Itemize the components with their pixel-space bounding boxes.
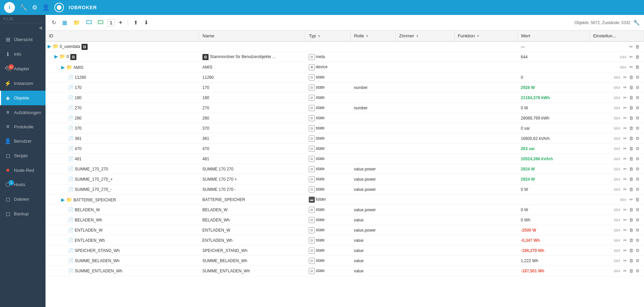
delete-button[interactable]: 🗑 (634, 196, 641, 203)
sidebar-item-dateien[interactable]: ◻ Dateien (0, 192, 46, 206)
person-icon[interactable]: 👤 (42, 4, 50, 11)
settings-cog-button[interactable]: ⚙ (634, 156, 641, 162)
settings-cog-button[interactable]: ⚙ (634, 125, 641, 131)
number-one-button[interactable]: 1 (107, 19, 115, 26)
delete-button[interactable]: 🗑 (628, 145, 634, 152)
folder-green-button[interactable] (96, 18, 105, 28)
edit-button[interactable]: ✏ (622, 176, 628, 182)
delete-button[interactable]: 🗑 (628, 176, 634, 182)
delete-button[interactable]: 🗑 (628, 186, 634, 193)
settings-cog-button[interactable]: ⚙ (634, 186, 641, 193)
upload-button[interactable]: ⬆ (131, 18, 140, 27)
edit-button[interactable]: ✏ (628, 43, 634, 50)
delete-button[interactable]: 🗑 (628, 84, 634, 91)
delete-button[interactable]: 🗑 (628, 247, 634, 254)
delete-button[interactable]: 🗑 (628, 237, 634, 243)
edit-button[interactable]: ✏ (628, 64, 634, 70)
settings-cog-button[interactable]: ⚙ (634, 227, 641, 233)
delete-button[interactable]: 🗑 (628, 227, 634, 233)
settings-cog-button[interactable]: ⚙ (634, 84, 641, 91)
settings-cog-button[interactable]: ⚙ (634, 135, 641, 142)
row-num: 664 (614, 259, 620, 263)
sidebar-item-objekte[interactable]: ◈ Objekte (0, 91, 46, 105)
settings-cog-button[interactable]: ⚙ (634, 176, 641, 182)
settings-cog-button[interactable]: ⚙ (634, 268, 641, 274)
download-button[interactable]: ⬇ (142, 18, 150, 27)
delete-button[interactable]: 🗑 (628, 74, 634, 80)
refresh-button[interactable]: ↻ (50, 18, 58, 27)
delete-button[interactable]: 🗑 (628, 268, 634, 274)
delete-button[interactable]: 🗑 (628, 115, 634, 121)
settings-cog-button[interactable]: ⚙ (634, 247, 641, 254)
settings-cog-button[interactable]: ⚙ (634, 257, 641, 264)
edit-button[interactable]: ✏ (622, 135, 628, 142)
add-button[interactable]: + (117, 18, 125, 28)
settings-cog-button[interactable]: ⚙ (634, 237, 641, 243)
settings-cog-button[interactable]: ⚙ (634, 94, 641, 101)
gear-icon[interactable]: ⚙ (32, 4, 37, 11)
settings-cog-button[interactable]: ⚙ (634, 145, 641, 152)
add-folder-button[interactable]: 📁 (71, 18, 82, 27)
delete-button[interactable]: 🗑 (628, 125, 634, 131)
col-header-typ[interactable]: Typ ▼ (305, 31, 351, 41)
delete-button[interactable]: 🗑 (628, 94, 634, 101)
edit-button[interactable]: ✏ (628, 54, 634, 60)
edit-button[interactable]: ✏ (622, 125, 628, 131)
edit-button[interactable]: ✏ (622, 227, 628, 233)
sidebar-collapse-btn[interactable]: ◀ (0, 23, 46, 32)
sidebar-item-hosts[interactable]: ⬡ Hosts 1 (0, 177, 46, 192)
list-view-button[interactable]: ▦ (60, 18, 69, 27)
cell-actions: 664✏🗑⚙ (590, 256, 644, 266)
delete-button[interactable]: 🗑 (628, 105, 634, 111)
edit-button[interactable]: ✏ (622, 217, 628, 223)
settings-cog-button[interactable]: ⚙ (634, 74, 641, 80)
delete-button[interactable]: 🗑 (628, 156, 634, 162)
wrench-icon[interactable]: 🔧 (20, 4, 27, 11)
delete-button[interactable]: 🗑 (628, 206, 634, 213)
settings-cog-button[interactable]: ⚙ (634, 206, 641, 213)
edit-button[interactable]: ✏ (628, 196, 634, 203)
edit-button[interactable]: ✏ (622, 105, 628, 111)
edit-button[interactable]: ✏ (622, 186, 628, 193)
edit-button[interactable]: ✏ (622, 166, 628, 172)
cell-id: 📄470 (46, 144, 199, 154)
edit-button[interactable]: ✏ (622, 237, 628, 243)
sidebar-item-aufzaehlungen[interactable]: ≡ Aufzählungen (0, 105, 46, 120)
sidebar-item-uebersicht[interactable]: ⊞ Übersicht (0, 32, 46, 47)
app-logo[interactable]: i (4, 2, 15, 13)
toolbar-settings-icon[interactable]: 🔧 (633, 19, 640, 26)
delete-button[interactable]: 🗑 (628, 257, 634, 264)
settings-cog-button[interactable]: ⚙ (634, 166, 641, 172)
sidebar-item-node-red[interactable]: ■ Node-Red (0, 163, 46, 177)
settings-cog-button[interactable]: ⚙ (634, 115, 641, 121)
sidebar-item-adapter[interactable]: 🔌 Adapter 11 (0, 61, 46, 76)
sidebar-item-info[interactable]: ℹ Info (0, 47, 46, 61)
settings-cog-button[interactable]: ⚙ (634, 217, 641, 223)
edit-button[interactable]: ✏ (622, 94, 628, 101)
sidebar-item-skripte[interactable]: ◻ Skripte (0, 148, 46, 163)
delete-button[interactable]: 🗑 (634, 64, 641, 70)
delete-button[interactable]: 🗑 (628, 135, 634, 142)
col-header-rolle[interactable]: Rolle ▼ (351, 31, 396, 41)
settings-cog-button[interactable]: ⚙ (634, 105, 641, 111)
sidebar-item-benutzer[interactable]: 👤 Benutzer (0, 134, 46, 148)
col-header-funktion[interactable]: Funktion ▼ (454, 31, 517, 41)
delete-button[interactable]: 🗑 (634, 43, 641, 50)
edit-button[interactable]: ✏ (622, 268, 628, 274)
edit-button[interactable]: ✏ (622, 145, 628, 152)
edit-button[interactable]: ✏ (622, 257, 628, 264)
edit-button[interactable]: ✏ (622, 156, 628, 162)
col-header-zimmer[interactable]: Zimmer ▼ (396, 31, 454, 41)
sidebar-item-instanzen[interactable]: ⚡ Instanzen (0, 76, 46, 91)
sidebar-item-protokolle[interactable]: ≡ Protokolle (0, 120, 46, 134)
sidebar-item-backup[interactable]: ◻ Backup (0, 206, 46, 221)
edit-button[interactable]: ✏ (622, 115, 628, 121)
delete-button[interactable]: 🗑 (628, 166, 634, 172)
edit-button[interactable]: ✏ (622, 206, 628, 213)
open-folder-button[interactable] (84, 18, 94, 28)
delete-button[interactable]: 🗑 (628, 217, 634, 223)
edit-button[interactable]: ✏ (622, 84, 628, 91)
delete-button[interactable]: 🗑 (634, 54, 641, 60)
edit-button[interactable]: ✏ (622, 247, 628, 254)
edit-button[interactable]: ✏ (622, 74, 628, 80)
